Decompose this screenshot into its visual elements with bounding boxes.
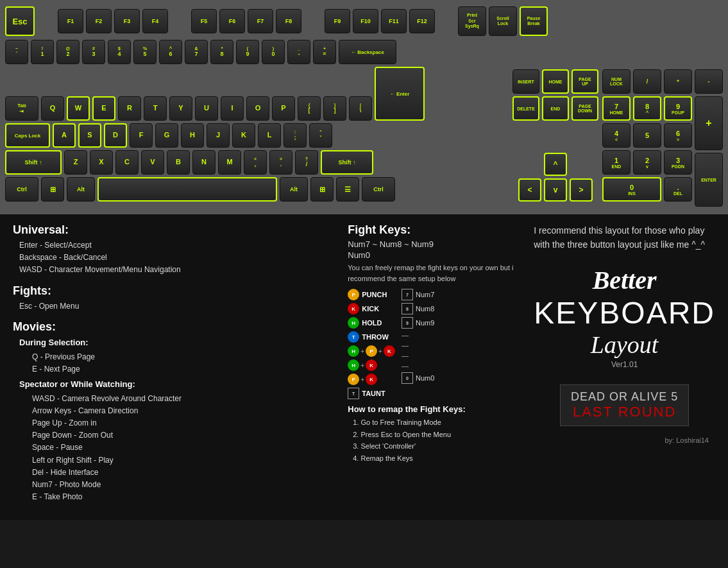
5-key[interactable]: %5 (133, 40, 157, 64)
f-key[interactable]: F (130, 123, 153, 148)
n-key[interactable]: N (192, 150, 216, 175)
o-key[interactable]: O (246, 96, 269, 121)
arrow-left-key[interactable]: < (518, 178, 541, 202)
comma-key[interactable]: <, (244, 150, 267, 175)
f11-key[interactable]: F11 (381, 9, 407, 33)
w-key[interactable]: W (67, 96, 90, 121)
np7-key[interactable]: 7HOME (602, 96, 631, 121)
t-key[interactable]: T (144, 96, 167, 121)
backslash-key[interactable]: |\ (349, 96, 372, 121)
slash-key[interactable]: ?/ (295, 150, 318, 175)
c-key[interactable]: C (115, 150, 139, 175)
3-key[interactable]: #3 (82, 40, 105, 64)
np-div-key[interactable]: / (633, 69, 661, 94)
q-key[interactable]: Q (41, 96, 64, 121)
quote-key[interactable]: "' (309, 123, 332, 148)
scrolllock-key[interactable]: ScrollLock (489, 6, 517, 36)
np-plus-key[interactable]: + (695, 96, 723, 150)
arrow-up-key[interactable]: ^ (544, 153, 567, 176)
np-mul-key[interactable]: * (664, 69, 692, 94)
f5-key[interactable]: F5 (191, 9, 217, 33)
pause-break-key[interactable]: PauseBreak (520, 6, 548, 36)
j-key[interactable]: J (207, 123, 230, 148)
l-key[interactable]: L (258, 123, 281, 148)
f2-key[interactable]: F2 (86, 9, 112, 33)
shift-left-key[interactable]: Shift ↑ (5, 150, 62, 175)
f10-key[interactable]: F10 (353, 9, 378, 33)
f4-key[interactable]: F4 (142, 9, 168, 33)
arrow-down-key[interactable]: v (544, 178, 567, 202)
backspace-key[interactable]: ← Backspace (339, 40, 396, 64)
s-key[interactable]: S (78, 123, 101, 148)
capslock-key[interactable]: Caps Lock (5, 123, 50, 148)
g-key[interactable]: G (155, 123, 178, 148)
7-key[interactable]: &7 (185, 40, 208, 64)
tab-key[interactable]: Tab⇥ (5, 96, 38, 121)
f9-key[interactable]: F9 (325, 9, 350, 33)
f6-key[interactable]: F6 (219, 9, 245, 33)
e-key[interactable]: E (92, 96, 115, 121)
np5-key[interactable]: 5 (633, 123, 661, 148)
np-minus-key[interactable]: - (695, 69, 723, 94)
pageup-key[interactable]: PAGEUP (571, 69, 598, 94)
i-key[interactable]: I (221, 96, 244, 121)
k-key[interactable]: K (232, 123, 255, 148)
grave-key[interactable]: ~` (5, 40, 28, 64)
minus-key[interactable]: _- (287, 40, 310, 64)
4-key[interactable]: $4 (108, 40, 131, 64)
m-key[interactable]: M (218, 150, 241, 175)
r-key[interactable]: R (118, 96, 141, 121)
np1-key[interactable]: 1END (602, 150, 631, 175)
delete-key[interactable]: DELETE (512, 96, 539, 121)
pagedown-key[interactable]: PAGEDOWN (571, 96, 598, 121)
9-key[interactable]: (9 (236, 40, 259, 64)
enter-key[interactable]: ← Enter (375, 67, 425, 121)
menu-key[interactable]: ☰ (336, 177, 359, 202)
f1-key[interactable]: F1 (58, 9, 83, 33)
z-key[interactable]: Z (64, 150, 87, 175)
p-key[interactable]: P (272, 96, 295, 121)
d-key[interactable]: D (104, 123, 127, 148)
np3-key[interactable]: 3PGDN (664, 150, 692, 175)
0-key[interactable]: )0 (262, 40, 285, 64)
space-key[interactable] (97, 177, 277, 202)
np8-key[interactable]: 8^ (633, 96, 661, 121)
np0-key[interactable]: 0INS (602, 177, 661, 202)
np2-key[interactable]: 2v (633, 150, 661, 175)
win-left-key[interactable]: ⊞ (41, 177, 64, 202)
a-key[interactable]: A (53, 123, 76, 148)
np-dot-key[interactable]: .DEL (664, 177, 692, 202)
np4-key[interactable]: 4< (602, 123, 631, 148)
u-key[interactable]: U (195, 96, 218, 121)
1-key[interactable]: !1 (31, 40, 54, 64)
arrow-right-key[interactable]: > (570, 178, 593, 202)
y-key[interactable]: Y (169, 96, 192, 121)
shift-right-key[interactable]: Shift ↑ (321, 150, 373, 175)
8-key[interactable]: *8 (210, 40, 233, 64)
b-key[interactable]: B (167, 150, 190, 175)
equal-key[interactable]: += (313, 40, 336, 64)
2-key[interactable]: @2 (56, 40, 80, 64)
end-key[interactable]: END (542, 96, 569, 121)
6-key[interactable]: ^6 (159, 40, 182, 64)
f8-key[interactable]: F8 (276, 9, 301, 33)
period-key[interactable]: >. (269, 150, 292, 175)
f3-key[interactable]: F3 (114, 9, 140, 33)
np9-key[interactable]: 9PGUP (664, 96, 692, 121)
home-key[interactable]: HOME (542, 69, 569, 94)
np-enter-key[interactable]: ENTER (695, 153, 723, 207)
bracket-open-key[interactable]: {[ (298, 96, 321, 121)
f7-key[interactable]: F7 (248, 9, 273, 33)
np6-key[interactable]: 6> (664, 123, 692, 148)
numlock-key[interactable]: NUMLOCK (602, 69, 631, 94)
v-key[interactable]: V (141, 150, 164, 175)
insert-key[interactable]: INSERT (512, 69, 539, 94)
x-key[interactable]: X (90, 150, 113, 175)
esc-key[interactable]: Esc (5, 6, 35, 36)
ctrl-left-key[interactable]: Ctrl (5, 177, 38, 202)
h-key[interactable]: H (181, 123, 204, 148)
win-right-key[interactable]: ⊞ (310, 177, 334, 202)
bracket-close-key[interactable]: }] (323, 96, 346, 121)
alt-right-key[interactable]: Alt (280, 177, 308, 202)
f12-key[interactable]: F12 (409, 9, 435, 33)
